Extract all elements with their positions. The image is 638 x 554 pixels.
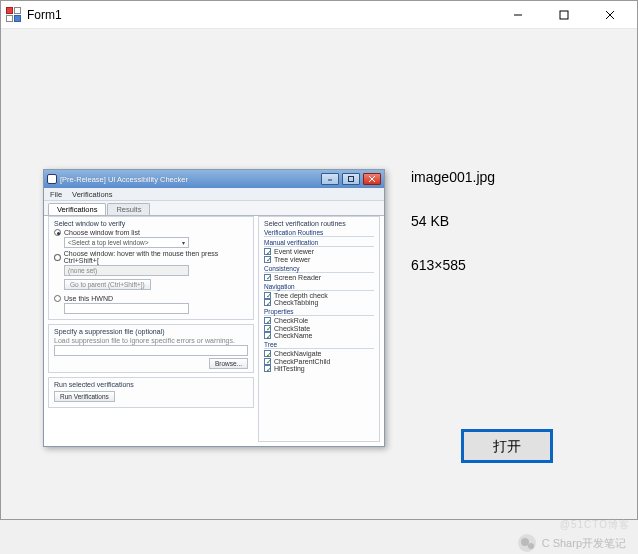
chk-navigate[interactable] (264, 350, 271, 357)
corner-watermark: @51CTO博客 (560, 518, 630, 532)
client-area: image001.jpg 54 KB 613×585 打开 [Pre-Relea… (1, 29, 637, 519)
suppression-text: Load suppression file to ignore specific… (54, 337, 248, 344)
tab-results[interactable]: Results (107, 203, 150, 215)
run-panel: Run selected verifications Run Verificat… (48, 377, 254, 408)
radio-hover-label: Choose window: hover with the mouse then… (64, 250, 248, 264)
section-consistency: Consistency (264, 265, 374, 273)
chk-tree-viewer[interactable] (264, 256, 271, 263)
section-tree: Tree (264, 341, 374, 349)
form1-titlebar[interactable]: Form1 (1, 1, 637, 29)
window-title: Form1 (27, 8, 62, 22)
chk-role[interactable] (264, 317, 271, 324)
wechat-icon (518, 534, 536, 552)
inner-menubar: File Verifications (44, 188, 384, 201)
menu-verifications[interactable]: Verifications (72, 190, 112, 199)
tab-strip: Verifications Results (44, 201, 384, 216)
app-icon (5, 7, 21, 23)
close-button[interactable] (587, 1, 633, 29)
radio-hwnd-label: Use this HWND (64, 295, 113, 302)
hwnd-field[interactable] (64, 303, 189, 314)
tab-verifications[interactable]: Verifications (48, 203, 106, 215)
open-button[interactable]: 打开 (461, 429, 553, 463)
window-combo[interactable]: <Select a top level window>▾ (64, 237, 189, 248)
wechat-watermark: C Sharp开发笔记 (518, 534, 626, 552)
run-header: Run selected verifications (54, 381, 248, 388)
chk-parentchild[interactable] (264, 358, 271, 365)
radio-hover[interactable] (54, 254, 61, 261)
inner-close-button[interactable] (363, 173, 381, 185)
run-verifications-button[interactable]: Run Verifications (54, 391, 115, 402)
suppression-path-field[interactable] (54, 345, 248, 356)
dimensions-label: 613×585 (411, 257, 495, 273)
svg-rect-1 (560, 11, 568, 19)
select-window-header: Select window to verify (54, 220, 248, 227)
picturebox-image: [Pre-Release] UI Accessibility Checker F… (43, 169, 385, 447)
filesize-label: 54 KB (411, 213, 495, 229)
chk-name[interactable] (264, 332, 271, 339)
chevron-down-icon: ▾ (182, 239, 185, 246)
chk-tabbing[interactable] (264, 299, 271, 306)
filename-label: image001.jpg (411, 169, 495, 185)
suppression-panel: Specify a suppression file (optional) Lo… (48, 324, 254, 373)
chk-state[interactable] (264, 325, 271, 332)
chk-screen-reader[interactable] (264, 274, 271, 281)
window-controls (495, 1, 633, 29)
suppression-header: Specify a suppression file (optional) (54, 328, 248, 335)
hover-target-field: (none set) (64, 265, 189, 276)
inner-title: [Pre-Release] UI Accessibility Checker (60, 175, 318, 184)
radio-from-list-label: Choose window from list (64, 229, 140, 236)
inner-minimize-button[interactable] (321, 173, 339, 185)
section-properties: Properties (264, 308, 374, 316)
inner-body: Select window to verify Choose window fr… (48, 216, 380, 442)
inner-titlebar: [Pre-Release] UI Accessibility Checker (44, 170, 384, 188)
maximize-button[interactable] (541, 1, 587, 29)
select-window-panel: Select window to verify Choose window fr… (48, 216, 254, 320)
chk-event-viewer[interactable] (264, 248, 271, 255)
chk-hittesting[interactable] (264, 365, 271, 372)
svg-rect-5 (349, 177, 354, 182)
section-manual: Manual verification (264, 239, 374, 247)
section-verification-routines: Verification Routines (264, 229, 374, 237)
image-info: image001.jpg 54 KB 613×585 (411, 169, 495, 301)
minimize-button[interactable] (495, 1, 541, 29)
form1-window: Form1 image001.jpg 54 KB 613×585 打开 [Pre… (0, 0, 638, 520)
chk-tree-depth[interactable] (264, 292, 271, 299)
inner-app-icon (47, 174, 57, 184)
browse-button[interactable]: Browse... (209, 358, 248, 369)
radio-from-list[interactable] (54, 229, 61, 236)
radio-hwnd[interactable] (54, 295, 61, 302)
inner-maximize-button[interactable] (342, 173, 360, 185)
routines-header: Select verification routines (264, 220, 374, 227)
section-navigation: Navigation (264, 283, 374, 291)
wechat-text: C Sharp开发笔记 (542, 536, 626, 551)
menu-file[interactable]: File (50, 190, 62, 199)
routines-panel: Select verification routines Verificatio… (258, 216, 380, 442)
go-parent-button[interactable]: Go to parent (Ctrl+Shift+]) (64, 279, 151, 290)
